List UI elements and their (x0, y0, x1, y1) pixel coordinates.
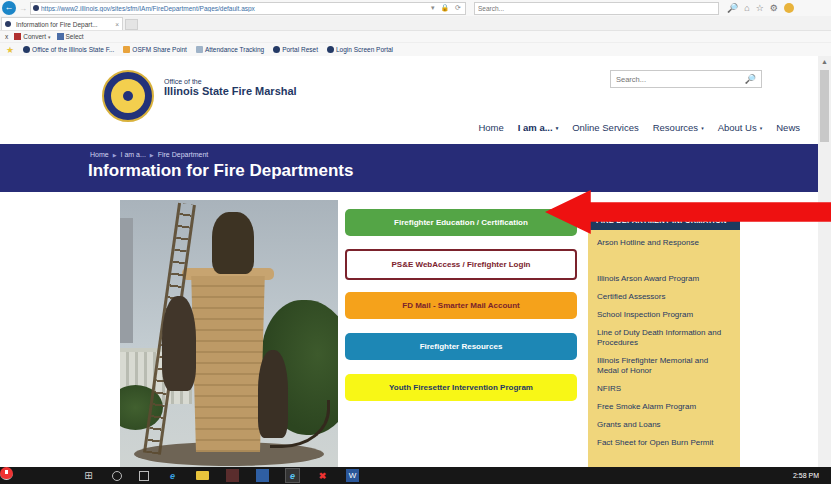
convert-icon (14, 33, 21, 40)
app-icon-blue[interactable] (256, 469, 269, 482)
logo-line1: Office of the (164, 78, 297, 85)
breadcrumb-i-am-a[interactable]: I am a... (121, 151, 146, 158)
sidebar-item-grants-loans[interactable]: Grants and Loans (597, 420, 731, 430)
pse-webaccess-login-button[interactable]: PS&E WebAccess / Firefighter Login (345, 249, 577, 280)
url-bar-icons[interactable]: ▾ 🔒 ⟳ (431, 4, 463, 12)
page-title: Information for Fire Departments (88, 161, 353, 181)
app-icon-red[interactable]: ✖ (316, 469, 329, 482)
gear-icon[interactable]: ⚙ (770, 3, 778, 13)
address-bar[interactable]: https://www2.illinois.gov/sites/sfm/IAm/… (30, 2, 466, 15)
action-button-column: Firefighter Education / Certification PS… (345, 209, 577, 401)
nav-resources[interactable]: Resources▾ (653, 122, 704, 133)
youth-firesetter-button[interactable]: Youth Firesetter Intervention Program (345, 374, 577, 401)
favorite-item-portal-reset[interactable]: Portal Reset (273, 46, 318, 53)
forward-button[interactable]: → (19, 4, 27, 13)
site-search-input[interactable] (611, 75, 745, 84)
page-scrollbar[interactable]: ▲ (818, 56, 831, 467)
app-icon-dark[interactable] (226, 469, 239, 482)
favorites-bar-star-icon[interactable]: ★ (6, 45, 14, 55)
favorite-icon (196, 46, 203, 53)
back-button[interactable]: ← (2, 1, 16, 15)
nav-i-am-a[interactable]: I am a...▾ (518, 122, 558, 133)
taskbar-clock[interactable]: 2:58 PM (793, 472, 819, 479)
word-icon[interactable]: W (346, 469, 359, 482)
home-icon[interactable]: ⌂ (744, 3, 749, 13)
browser-chrome: ← → https://www2.illinois.gov/sites/sfm/… (0, 0, 831, 56)
url-text[interactable]: https://www2.illinois.gov/sites/sfm/IAm/… (41, 5, 431, 12)
convert-label: Convert (23, 33, 46, 40)
screenshot-root: ← → https://www2.illinois.gov/sites/sfm/… (0, 0, 831, 484)
sidebar-item-nfirs[interactable]: NFIRS (597, 384, 731, 394)
favorite-icon (123, 46, 130, 53)
start-button-icon[interactable]: ⊞ (82, 469, 95, 482)
nav-online-services[interactable]: Online Services (572, 122, 639, 133)
chevron-down-icon: ▾ (556, 125, 559, 131)
browser-search-input[interactable] (474, 2, 719, 15)
logo-text: Office of the Illinois State Fire Marsha… (164, 78, 297, 97)
pdf-toolbar-close[interactable]: x (5, 33, 8, 40)
favorites-star-icon[interactable]: ☆ (756, 3, 764, 13)
cortana-search-icon[interactable] (112, 471, 122, 481)
main-nav: Home I am a...▾ Online Services Resource… (478, 122, 800, 133)
site-search-box[interactable]: 🔎 (610, 70, 762, 88)
internet-explorer-icon[interactable]: e (286, 469, 299, 482)
tab-title: Information for Fire Depart... (16, 21, 98, 28)
sidebar-item-arson-hotline[interactable]: Arson Hotline and Response (597, 238, 731, 248)
scrollbar-thumb[interactable] (820, 70, 829, 142)
photo-firefighter-right (258, 350, 288, 438)
chrome-icon[interactable] (0, 467, 13, 480)
photo-building-left (120, 218, 133, 343)
favorite-icon (273, 46, 280, 53)
select-icon (57, 33, 64, 40)
firefighter-memorial-photo (120, 200, 338, 467)
sidebar-item-certified-assessors[interactable]: Certified Assessors (597, 292, 731, 302)
new-tab-button[interactable] (125, 19, 138, 30)
breadcrumb-fire-department[interactable]: Fire Department (158, 151, 209, 158)
notification-icon[interactable] (784, 3, 794, 13)
tab-row: Information for Fire Depart... × (0, 16, 831, 30)
fd-mail-button[interactable]: FD Mail - Smarter Mail Account (345, 292, 577, 319)
tab-close-icon[interactable]: × (115, 21, 119, 28)
favorites-bar: ★ Office of the Illinois State F... OSFM… (0, 42, 831, 56)
nav-home[interactable]: Home (478, 122, 503, 133)
firefighter-resources-button[interactable]: Firefighter Resources (345, 333, 577, 360)
favorite-item-osfm-office[interactable]: Office of the Illinois State F... (23, 46, 114, 53)
favorite-icon (23, 46, 30, 53)
search-icon[interactable]: 🔎 (727, 3, 738, 13)
sidebar-item-arson-award[interactable]: Illinois Arson Award Program (597, 274, 731, 284)
sidebar-item-line-of-duty[interactable]: Line of Duty Death Information and Proce… (597, 328, 731, 348)
task-view-icon[interactable] (139, 471, 149, 481)
fire-department-info-sidebar: FIRE DEPARTMENT INFORMATION Arson Hotlin… (588, 210, 740, 467)
site-search-icon[interactable]: 🔎 (745, 74, 761, 84)
select-label: Select (66, 33, 84, 40)
favorite-item-login-portal[interactable]: Login Screen Portal (327, 46, 393, 53)
osfm-logo-center (123, 91, 133, 101)
sidebar-item-school-inspection[interactable]: School Inspection Program (597, 310, 731, 320)
chevron-down-icon: ▾ (760, 125, 763, 131)
nav-about-us[interactable]: About Us▾ (718, 122, 763, 133)
sidebar-item-smoke-alarm[interactable]: Free Smoke Alarm Program (597, 402, 731, 412)
edge-icon[interactable]: e (166, 469, 179, 482)
site-header: Office of the Illinois State Fire Marsha… (0, 56, 818, 144)
favorite-item-attendance[interactable]: Attendance Tracking (196, 46, 264, 53)
firefighter-education-button[interactable]: Firefighter Education / Certification (345, 209, 577, 236)
sidebar-links: Arson Hotline and Response Illinois Arso… (588, 230, 740, 467)
site-favicon (33, 5, 39, 11)
sidebar-item-open-burn-permit[interactable]: Fact Sheet for Open Burn Permit (597, 438, 731, 448)
photo-stone-column (188, 276, 268, 452)
tab-favicon (5, 21, 11, 27)
file-explorer-icon[interactable] (196, 471, 209, 480)
osfm-logo[interactable] (102, 70, 154, 122)
page-banner: Home ▶ I am a... ▶ Fire Department Infor… (0, 144, 818, 192)
nav-news[interactable]: News (776, 122, 800, 133)
favorite-item-sharepoint[interactable]: OSFM Share Point (123, 46, 187, 53)
photo-firefighter-climbing (162, 296, 196, 391)
convert-button[interactable]: Convert ▾ (14, 33, 50, 40)
pdf-toolbar: x Convert ▾ Select (0, 30, 831, 42)
select-button[interactable]: Select (57, 33, 84, 40)
browser-tab[interactable]: Information for Fire Depart... × (1, 17, 123, 30)
scrollbar-up-icon[interactable]: ▲ (818, 56, 831, 68)
breadcrumb-home[interactable]: Home (90, 151, 109, 158)
sidebar-item-memorial-medal[interactable]: Illinois Firefighter Memorial and Medal … (597, 356, 731, 376)
page-viewport: Office of the Illinois State Fire Marsha… (0, 56, 818, 467)
